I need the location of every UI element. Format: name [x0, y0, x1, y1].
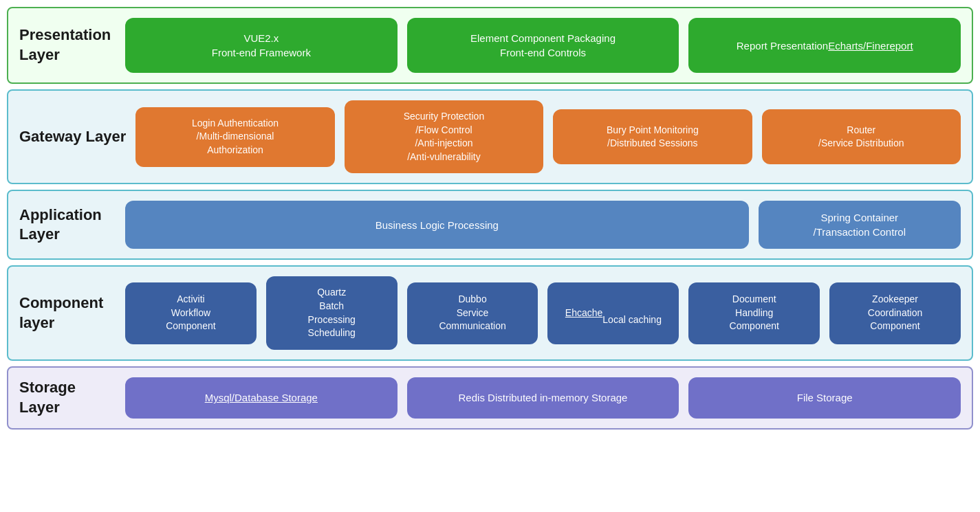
business-logic-box: Business Logic Processing — [125, 201, 749, 249]
document-handling-box: DocumentHandlingComponent — [688, 282, 820, 344]
quartz-batch-box: QuartzBatchProcessingScheduling — [266, 276, 398, 349]
application-layer-content: Business Logic Processing Spring Contain… — [125, 201, 961, 249]
file-storage-box: File Storage — [688, 377, 961, 419]
component-layer-content: ActivitiWorkflowComponent QuartzBatchPro… — [125, 276, 961, 349]
report-presentation-box: Report PresentationEcharts/Finereport — [688, 18, 961, 73]
dubbo-service-box: DubboServiceCommunication — [407, 282, 538, 344]
echarts-finereport-label: Echarts/Finereport — [828, 38, 913, 53]
mysql-storage-box: Mysql/Database Storage — [125, 377, 398, 419]
redis-storage-box: Redis Distributed in-memory Storage — [407, 377, 679, 419]
presentation-layer-title: PresentationLayer — [19, 25, 116, 65]
activiti-workflow-box: ActivitiWorkflowComponent — [125, 282, 257, 344]
vue-framework-box: VUE2.xFront-end Framework — [125, 18, 398, 73]
gateway-layer-content: Login Authentication/Multi-dimensionalAu… — [135, 100, 961, 173]
application-layer-title: ApplicationLayer — [19, 205, 116, 245]
bury-point-box: Bury Point Monitoring/Distributed Sessio… — [553, 109, 752, 164]
storage-layer-row: StorageLayer Mysql/Database Storage Redi… — [7, 366, 973, 430]
storage-layer-content: Mysql/Database Storage Redis Distributed… — [125, 377, 961, 419]
component-layer-row: Componentlayer ActivitiWorkflowComponent… — [7, 265, 973, 360]
security-protection-box: Security Protection/Flow Control/Anti-in… — [345, 100, 543, 173]
ehcache-label: Ehcache — [565, 307, 602, 320]
presentation-layer-content: VUE2.xFront-end Framework Element Compon… — [125, 18, 961, 73]
zookeeper-box: ZookeeperCoordinationComponent — [829, 282, 961, 344]
gateway-layer-row: Gateway Layer Login Authentication/Multi… — [7, 89, 973, 184]
ehcache-box: EhcacheLocal caching — [547, 282, 679, 344]
element-component-box: Element Component PackagingFront-end Con… — [407, 18, 679, 73]
storage-layer-title: StorageLayer — [19, 378, 116, 417]
presentation-layer-row: PresentationLayer VUE2.xFront-end Framew… — [7, 7, 973, 84]
mysql-label: Mysql/Database Storage — [205, 390, 318, 405]
component-layer-title: Componentlayer — [19, 293, 116, 333]
login-auth-box: Login Authentication/Multi-dimensionalAu… — [135, 107, 334, 167]
application-layer-row: ApplicationLayer Business Logic Processi… — [7, 190, 973, 260]
architecture-diagram: PresentationLayer VUE2.xFront-end Framew… — [7, 7, 973, 430]
router-box: Router/Service Distribution — [762, 109, 961, 164]
gateway-layer-title: Gateway Layer — [19, 127, 126, 147]
spring-container-box: Spring Container/Transaction Control — [759, 201, 961, 249]
